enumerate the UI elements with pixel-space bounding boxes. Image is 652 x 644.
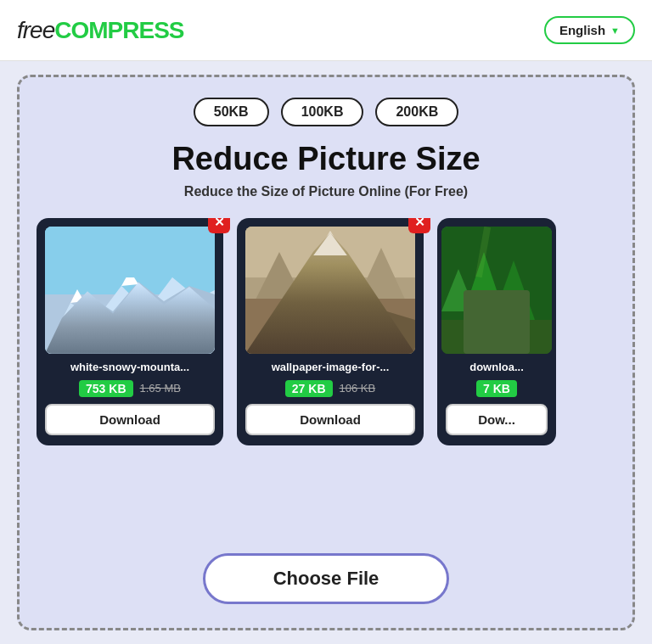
card-sizes-1: 27 KB 106 KB [245, 380, 415, 397]
filename-1: wallpaper-image-for-... [245, 361, 415, 373]
compressed-size-2: 7 KB [476, 380, 517, 397]
size-badges-row: 50KB 100KB 200KB [194, 98, 459, 126]
image-cards-row: ✕ white-snowy-mounta... [37, 218, 615, 445]
header: freeCOMPRESS English ▼ [0, 0, 652, 61]
download-button-2[interactable]: Dow... [446, 404, 548, 435]
image-preview-1 [245, 227, 415, 354]
download-button-1[interactable]: Download [245, 404, 415, 435]
image-preview-0 [45, 227, 215, 354]
svg-point-16 [318, 330, 343, 344]
original-size-0: 1.65 MB [140, 382, 181, 395]
size-badge-100kb[interactable]: 100KB [281, 98, 364, 126]
image-preview-2 [441, 227, 552, 354]
page-subtitle: Reduce the Size of Picture Online (For F… [184, 184, 468, 199]
main-content: 50KB 100KB 200KB Reduce Picture Size Red… [0, 61, 652, 644]
card-sizes-2: 7 KB [446, 380, 548, 397]
close-button-0[interactable]: ✕ [208, 218, 230, 233]
drop-zone: 50KB 100KB 200KB Reduce Picture Size Red… [17, 75, 635, 630]
image-card-2: downloa... 7 KB Dow... [437, 218, 556, 445]
chevron-down-icon: ▼ [610, 25, 620, 36]
compressed-size-0: 753 KB [79, 380, 132, 397]
size-badge-200kb[interactable]: 200KB [375, 98, 458, 126]
download-button-0[interactable]: Download [45, 404, 215, 435]
compressed-size-1: 27 KB [285, 380, 333, 397]
choose-file-button[interactable]: Choose File [203, 553, 450, 604]
size-badge-50kb[interactable]: 50KB [194, 98, 269, 126]
image-card-1: ✕ [237, 218, 424, 445]
page-title: Reduce Picture Size [171, 142, 480, 177]
svg-point-22 [471, 334, 522, 348]
svg-rect-21 [441, 320, 552, 354]
svg-rect-14 [245, 299, 415, 354]
filename-2: downloa... [446, 361, 548, 373]
close-button-1[interactable]: ✕ [408, 218, 430, 233]
svg-rect-0 [45, 227, 215, 354]
logo-compress-text: COMPRESS [54, 17, 183, 43]
language-selector[interactable]: English ▼ [544, 16, 635, 44]
card-sizes-0: 753 KB 1.65 MB [45, 380, 215, 397]
svg-marker-6 [172, 262, 186, 277]
image-card-0: ✕ white-snowy-mounta... [37, 218, 223, 445]
filename-0: white-snowy-mounta... [45, 361, 215, 373]
logo-free-text: free [17, 17, 54, 43]
language-label: English [559, 23, 605, 37]
original-size-1: 106 KB [340, 382, 376, 395]
logo: freeCOMPRESS [17, 17, 184, 44]
